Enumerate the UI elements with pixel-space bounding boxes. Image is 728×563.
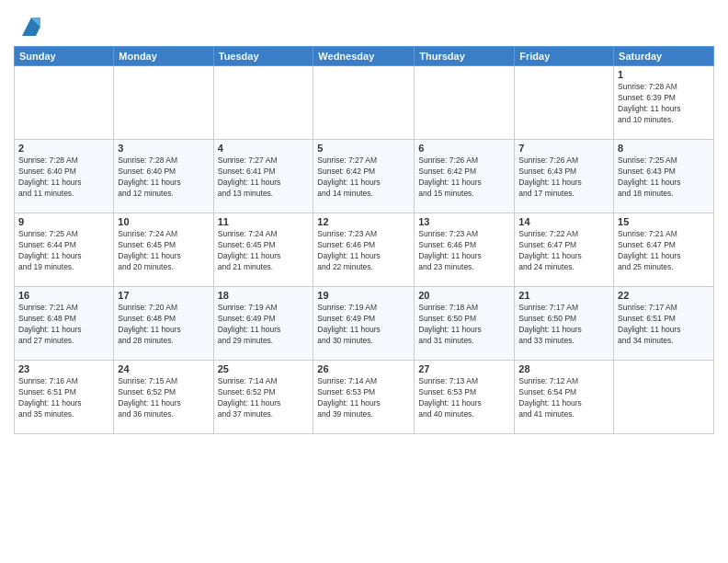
day-number: 16 [18,290,109,301]
day-info: Sunrise: 7:23 AMSunset: 6:46 PMDaylight:… [317,229,410,273]
calendar-cell: 14Sunrise: 7:22 AMSunset: 6:47 PMDayligh… [515,213,614,287]
calendar-cell: 15Sunrise: 7:21 AMSunset: 6:47 PMDayligh… [614,213,714,287]
calendar-cell: 9Sunrise: 7:25 AMSunset: 6:44 PMDaylight… [15,213,114,287]
day-number: 24 [118,363,209,374]
day-number: 2 [18,143,109,154]
calendar-cell: 16Sunrise: 7:21 AMSunset: 6:48 PMDayligh… [15,287,114,361]
day-number: 9 [18,216,109,227]
logo [14,13,45,40]
weekday-header-saturday: Saturday [614,47,714,66]
calendar-cell [15,66,114,140]
calendar-cell: 5Sunrise: 7:27 AMSunset: 6:42 PMDaylight… [313,140,415,213]
day-number: 15 [618,216,710,227]
weekday-header-monday: Monday [114,47,213,66]
day-number: 7 [518,143,609,154]
day-info: Sunrise: 7:21 AMSunset: 6:47 PMDaylight:… [618,229,710,273]
day-info: Sunrise: 7:24 AMSunset: 6:45 PMDaylight:… [218,229,310,273]
day-info: Sunrise: 7:23 AMSunset: 6:46 PMDaylight:… [418,229,510,273]
day-number: 20 [418,290,510,301]
day-info: Sunrise: 7:15 AMSunset: 6:52 PMDaylight:… [118,376,209,420]
day-number: 10 [118,216,209,227]
weekday-header-row: SundayMondayTuesdayWednesdayThursdayFrid… [15,47,714,66]
day-number: 13 [418,216,510,227]
calendar-cell: 23Sunrise: 7:16 AMSunset: 6:51 PMDayligh… [15,361,114,434]
header [14,9,714,40]
day-info: Sunrise: 7:26 AMSunset: 6:43 PMDaylight:… [518,155,609,200]
calendar-cell: 11Sunrise: 7:24 AMSunset: 6:45 PMDayligh… [213,213,313,287]
calendar: SundayMondayTuesdayWednesdayThursdayFrid… [14,46,714,434]
weekday-header-sunday: Sunday [15,47,114,66]
calendar-week-5: 23Sunrise: 7:16 AMSunset: 6:51 PMDayligh… [15,361,714,434]
calendar-cell: 1Sunrise: 7:28 AMSunset: 6:39 PMDaylight… [614,66,714,140]
day-info: Sunrise: 7:12 AMSunset: 6:54 PMDaylight:… [518,376,609,420]
calendar-cell: 20Sunrise: 7:18 AMSunset: 6:50 PMDayligh… [415,287,515,361]
calendar-cell: 13Sunrise: 7:23 AMSunset: 6:46 PMDayligh… [415,213,515,287]
calendar-cell [515,66,614,140]
day-number: 22 [618,290,710,301]
weekday-header-friday: Friday [515,47,614,66]
calendar-cell: 6Sunrise: 7:26 AMSunset: 6:42 PMDaylight… [415,140,515,213]
day-number: 3 [118,143,209,154]
calendar-cell: 18Sunrise: 7:19 AMSunset: 6:49 PMDayligh… [213,287,313,361]
day-number: 8 [618,143,710,154]
calendar-cell: 12Sunrise: 7:23 AMSunset: 6:46 PMDayligh… [313,213,415,287]
logo-icon [17,13,45,40]
calendar-cell: 24Sunrise: 7:15 AMSunset: 6:52 PMDayligh… [114,361,213,434]
day-info: Sunrise: 7:26 AMSunset: 6:42 PMDaylight:… [418,155,510,200]
day-number: 28 [518,363,609,374]
day-info: Sunrise: 7:14 AMSunset: 6:53 PMDaylight:… [317,376,410,420]
day-number: 5 [317,143,410,154]
calendar-cell: 19Sunrise: 7:19 AMSunset: 6:49 PMDayligh… [313,287,415,361]
day-info: Sunrise: 7:27 AMSunset: 6:42 PMDaylight:… [317,155,410,200]
day-info: Sunrise: 7:19 AMSunset: 6:49 PMDaylight:… [317,303,410,347]
calendar-cell: 28Sunrise: 7:12 AMSunset: 6:54 PMDayligh… [515,361,614,434]
calendar-cell: 21Sunrise: 7:17 AMSunset: 6:50 PMDayligh… [515,287,614,361]
calendar-cell [213,66,313,140]
day-number: 23 [18,363,109,374]
calendar-cell: 7Sunrise: 7:26 AMSunset: 6:43 PMDaylight… [515,140,614,213]
day-number: 4 [218,143,310,154]
day-info: Sunrise: 7:17 AMSunset: 6:51 PMDaylight:… [618,303,710,347]
day-info: Sunrise: 7:24 AMSunset: 6:45 PMDaylight:… [118,229,209,273]
day-info: Sunrise: 7:28 AMSunset: 6:39 PMDaylight:… [618,82,710,126]
calendar-cell: 22Sunrise: 7:17 AMSunset: 6:51 PMDayligh… [614,287,714,361]
day-number: 21 [518,290,609,301]
calendar-cell [114,66,213,140]
day-number: 1 [618,69,710,80]
calendar-week-4: 16Sunrise: 7:21 AMSunset: 6:48 PMDayligh… [15,287,714,361]
calendar-cell: 3Sunrise: 7:28 AMSunset: 6:40 PMDaylight… [114,140,213,213]
day-info: Sunrise: 7:13 AMSunset: 6:53 PMDaylight:… [418,376,510,420]
calendar-week-3: 9Sunrise: 7:25 AMSunset: 6:44 PMDaylight… [15,213,714,287]
calendar-cell [614,361,714,434]
calendar-cell: 8Sunrise: 7:25 AMSunset: 6:43 PMDaylight… [614,140,714,213]
weekday-header-thursday: Thursday [415,47,515,66]
calendar-cell [313,66,415,140]
day-number: 14 [518,216,609,227]
day-info: Sunrise: 7:21 AMSunset: 6:48 PMDaylight:… [18,303,109,347]
calendar-cell: 27Sunrise: 7:13 AMSunset: 6:53 PMDayligh… [415,361,515,434]
day-info: Sunrise: 7:25 AMSunset: 6:44 PMDaylight:… [18,229,109,273]
day-info: Sunrise: 7:17 AMSunset: 6:50 PMDaylight:… [518,303,609,347]
calendar-cell: 10Sunrise: 7:24 AMSunset: 6:45 PMDayligh… [114,213,213,287]
calendar-cell: 26Sunrise: 7:14 AMSunset: 6:53 PMDayligh… [313,361,415,434]
day-info: Sunrise: 7:22 AMSunset: 6:47 PMDaylight:… [518,229,609,273]
calendar-cell [415,66,515,140]
day-number: 25 [218,363,310,374]
calendar-cell: 4Sunrise: 7:27 AMSunset: 6:41 PMDaylight… [213,140,313,213]
day-info: Sunrise: 7:18 AMSunset: 6:50 PMDaylight:… [418,303,510,347]
day-info: Sunrise: 7:16 AMSunset: 6:51 PMDaylight:… [18,376,109,420]
day-info: Sunrise: 7:28 AMSunset: 6:40 PMDaylight:… [18,155,109,200]
day-number: 26 [317,363,410,374]
calendar-cell: 25Sunrise: 7:14 AMSunset: 6:52 PMDayligh… [213,361,313,434]
day-number: 12 [317,216,410,227]
day-number: 11 [218,216,310,227]
page: SundayMondayTuesdayWednesdayThursdayFrid… [0,0,728,563]
day-number: 19 [317,290,410,301]
weekday-header-wednesday: Wednesday [313,47,415,66]
calendar-week-1: 1Sunrise: 7:28 AMSunset: 6:39 PMDaylight… [15,66,714,140]
day-info: Sunrise: 7:19 AMSunset: 6:49 PMDaylight:… [218,303,310,347]
day-number: 6 [418,143,510,154]
day-info: Sunrise: 7:25 AMSunset: 6:43 PMDaylight:… [618,155,710,200]
day-info: Sunrise: 7:14 AMSunset: 6:52 PMDaylight:… [218,376,310,420]
calendar-cell: 17Sunrise: 7:20 AMSunset: 6:48 PMDayligh… [114,287,213,361]
